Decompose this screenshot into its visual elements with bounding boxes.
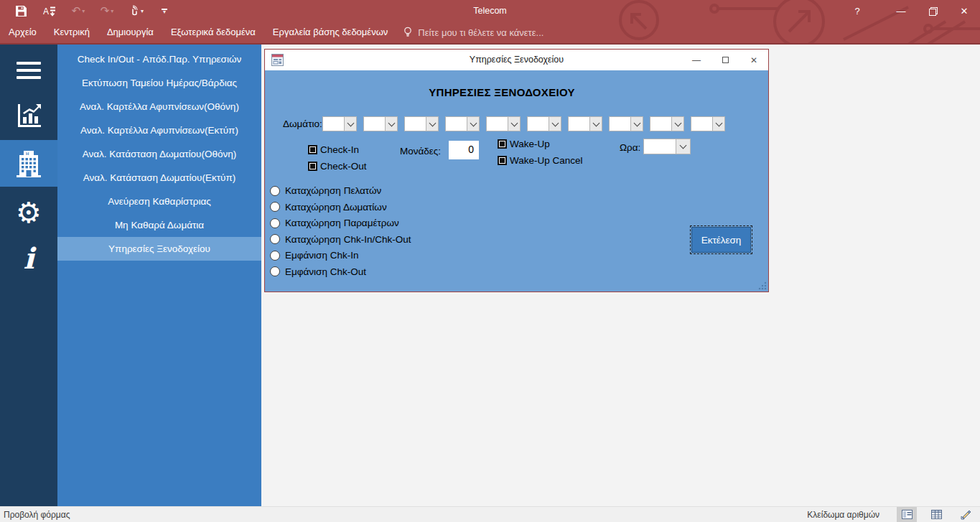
room-combo[interactable] — [691, 116, 725, 131]
restore-button[interactable] — [917, 0, 948, 22]
chevron-down-icon[interactable] — [630, 117, 643, 131]
room-combo-value[interactable] — [487, 117, 508, 131]
radio-icon[interactable] — [270, 266, 280, 276]
chevron-down-icon[interactable] — [549, 117, 561, 131]
form-heading: ΥΠΗΡΕΣΙΕΣ ΞΕΝΟΔΟΧΕΙΟΥ — [265, 86, 739, 98]
chevron-down-icon[interactable] — [676, 139, 690, 154]
room-combo[interactable] — [568, 116, 602, 131]
checkbox-check-in[interactable]: Check-In — [308, 144, 359, 155]
design-view-button[interactable] — [956, 507, 976, 522]
chart-icon[interactable] — [0, 96, 57, 134]
form-close-button[interactable]: ✕ — [739, 50, 768, 70]
radio-icon[interactable] — [270, 234, 280, 244]
radio-label: Καταχώρηση Δωματίων — [285, 202, 387, 213]
room-combo[interactable] — [650, 116, 684, 131]
checkbox-icon[interactable] — [498, 139, 507, 149]
radio--chk-out[interactable]: Εμφάνιση Chk-Out — [270, 266, 411, 277]
checkbox-icon[interactable] — [308, 162, 317, 171]
room-combo-value[interactable] — [610, 117, 630, 131]
chevron-down-icon[interactable] — [344, 117, 356, 131]
form-view-button[interactable] — [897, 507, 917, 522]
checkbox-label: Wake-Up Cancel — [510, 155, 583, 166]
room-combo-value[interactable] — [569, 117, 589, 131]
room-combo-value[interactable] — [691, 117, 712, 131]
menu-icon[interactable] — [0, 55, 57, 86]
form-maximize-button[interactable] — [711, 50, 739, 70]
gear-icon[interactable]: ⚙ — [0, 195, 57, 230]
time-combo-value[interactable] — [644, 139, 676, 154]
checkbox-icon[interactable] — [498, 156, 507, 165]
radio-label: Καταχώρηση Παραμέτρων — [285, 218, 399, 228]
radio--[interactable]: Καταχώρηση Πελατών — [270, 185, 411, 196]
room-combo[interactable] — [527, 116, 561, 131]
app-title: Telecom — [0, 6, 980, 16]
radio-icon[interactable] — [270, 186, 280, 196]
checkbox-wake-up-cancel[interactable]: Wake-Up Cancel — [498, 155, 583, 166]
execute-button[interactable]: Εκτέλεση — [691, 227, 751, 253]
nav-item[interactable]: Υπηρεσίες Ξενοδοχείου — [57, 237, 261, 261]
radio--[interactable]: Καταχώρηση Παραμέτρων — [270, 218, 411, 228]
radio-icon[interactable] — [270, 251, 280, 261]
room-combo-value[interactable] — [405, 117, 426, 131]
room-combo[interactable] — [404, 116, 439, 131]
chevron-down-icon[interactable] — [589, 117, 602, 131]
time-combo[interactable] — [643, 139, 691, 154]
form-minimize-button[interactable]: — — [682, 50, 711, 70]
checkbox-wake-up[interactable]: Wake-Up — [498, 139, 550, 149]
hotel-icon[interactable]: H — [0, 140, 57, 187]
room-combo-value[interactable] — [446, 117, 467, 131]
chevron-down-icon[interactable] — [426, 117, 438, 131]
checkbox-icon[interactable] — [308, 145, 317, 154]
radio-icon[interactable] — [270, 218, 280, 228]
close-button[interactable]: ✕ — [948, 0, 980, 22]
ribbon-tab-2[interactable]: Δημιουργία — [98, 22, 162, 43]
check-mark — [500, 158, 505, 163]
app-header: A ↶▾ ↷▾ ▾ ▾ Telecom ? — ✕ ΑρχείοΚεντρική… — [0, 0, 980, 45]
navigation-pane: Check In/Out - Απόδ.Παρ. ΥπηρεσιώνΕκτύπω… — [57, 45, 261, 506]
radio-label: Εμφάνιση Chk-Out — [285, 266, 366, 277]
room-combo-value[interactable] — [528, 117, 549, 131]
nav-item[interactable]: Μη Καθαρά Δωμάτια — [57, 213, 261, 237]
nav-item[interactable]: Αναλ. Καρτέλλα Αφυπνίσεων(Εκτύπ) — [57, 118, 261, 142]
ribbon-tab-3[interactable]: Εξωτερικά δεδομένα — [162, 22, 264, 43]
room-combo[interactable] — [486, 116, 521, 131]
room-combo[interactable] — [609, 116, 643, 131]
hamburger-icon — [17, 62, 41, 79]
room-combo[interactable] — [363, 116, 398, 131]
nav-item[interactable]: Ανεύρεση Καθαρίστριας — [57, 190, 261, 213]
chevron-down-icon[interactable] — [385, 117, 397, 131]
nav-item[interactable]: Αναλ. Κατάσταση Δωματίου(Οθόνη) — [57, 142, 261, 166]
chevron-down-icon[interactable] — [671, 117, 683, 131]
nav-item[interactable]: Αναλ. Κατάσταση Δωματίου(Εκτύπ) — [57, 166, 261, 190]
chevron-down-icon[interactable] — [712, 117, 724, 131]
help-button[interactable]: ? — [845, 0, 869, 22]
ribbon-tab-4[interactable]: Εργαλεία βάσης δεδομένων — [264, 22, 396, 43]
tell-me-box[interactable]: Πείτε μου τι θέλετε να κάνετε... — [403, 27, 543, 38]
nav-item[interactable]: Εκτύπωση Ταμείου Ημέρας/Βάρδιας — [57, 71, 261, 95]
radio--chk-in[interactable]: Εμφάνιση Chk-In — [270, 250, 411, 261]
room-combo[interactable] — [445, 116, 480, 131]
chevron-down-icon[interactable] — [467, 117, 479, 131]
room-combo-value[interactable] — [323, 117, 344, 131]
form-window: Υπηρεσίες Ξενοδοχείου — ✕ ΥΠΗΡΕΣΙΕΣ ΞΕΝΟ… — [264, 49, 769, 292]
checkbox-check-out[interactable]: Check-Out — [308, 161, 367, 172]
datasheet-view-button[interactable] — [926, 507, 946, 522]
svg-text:H: H — [26, 151, 29, 155]
chevron-down-icon[interactable] — [508, 117, 520, 131]
radio-icon[interactable] — [270, 202, 280, 212]
minimize-button[interactable]: — — [885, 0, 917, 22]
resize-grip[interactable] — [758, 281, 767, 290]
ribbon-tab-1[interactable]: Κεντρική — [45, 22, 98, 43]
nav-item[interactable]: Check In/Out - Απόδ.Παρ. Υπηρεσιών — [57, 47, 261, 71]
radio--chk-in-chk-out[interactable]: Καταχώρηση Chk-In/Chk-Out — [270, 234, 411, 245]
restore-icon — [929, 7, 936, 14]
room-combo-value[interactable] — [364, 117, 385, 131]
ribbon-tab-file[interactable]: Αρχείο — [0, 22, 45, 43]
units-input[interactable]: 0 — [449, 141, 479, 159]
radio--[interactable]: Καταχώρηση Δωματίων — [270, 202, 411, 213]
numlock-indicator: Κλείδωμα αριθμών — [807, 510, 879, 520]
info-icon[interactable]: i — [0, 240, 57, 277]
room-combo-value[interactable] — [650, 117, 671, 131]
room-combo[interactable] — [322, 116, 357, 131]
nav-item[interactable]: Αναλ. Καρτέλλα Αφυπνίσεων(Οθόνη) — [57, 95, 261, 118]
